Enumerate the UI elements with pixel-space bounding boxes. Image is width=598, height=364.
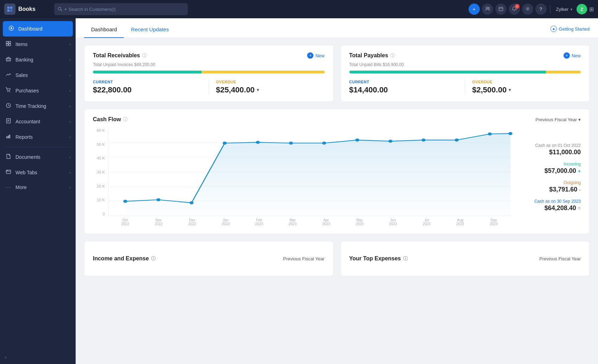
overdue-dropdown-icon[interactable]: ▾ (509, 87, 511, 92)
y-axis: 60 K 50 K 40 K 30 K 20 K 10 K 0 (93, 128, 107, 216)
current-label: CURRENT (349, 80, 458, 84)
cashflow-period-selector[interactable]: Previous Fiscal Year ▾ (535, 117, 581, 122)
current-label: CURRENT (93, 80, 202, 84)
sidebar-item-accountant[interactable]: Accountant › (0, 114, 76, 129)
cash-end-value: $64,208.40 = (517, 204, 581, 212)
topnav: Books ▾ + 3 (0, 0, 598, 18)
chart-dot (256, 141, 260, 144)
income-expense-info-icon[interactable]: ⓘ (151, 255, 155, 262)
top-expenses-period[interactable]: Previous Fiscal Year (539, 256, 581, 261)
user-dropdown-icon: ▾ (571, 7, 572, 11)
web-tabs-icon (5, 169, 12, 176)
search-input[interactable] (69, 7, 184, 12)
sidebar: Dashboard Items › Banking › Sales › (0, 18, 76, 364)
chevron-icon: › (70, 73, 71, 77)
plus-icon: + (473, 6, 476, 12)
sidebar-item-label: Accountant (15, 119, 66, 124)
chart-fill (125, 134, 510, 216)
svg-rect-0 (7, 7, 9, 9)
gear-icon (525, 6, 530, 12)
sidebar-item-dashboard[interactable]: Dashboard (3, 21, 73, 37)
contacts-icon (485, 6, 490, 13)
sidebar-item-web-tabs[interactable]: Web Tabs › (0, 165, 76, 180)
notifications-button[interactable]: 3 (509, 4, 520, 15)
getting-started-button[interactable]: ▶ Getting Started (551, 26, 590, 38)
payables-overdue-block: OVERDUE $2,500.00 ▾ (472, 80, 581, 95)
svg-point-35 (7, 170, 7, 171)
receivables-header: Total Receivables ⓘ + New (93, 52, 325, 59)
user-avatar[interactable]: Z (577, 4, 587, 14)
svg-rect-17 (6, 44, 8, 46)
top-expenses-info-icon[interactable]: ⓘ (403, 255, 408, 262)
sidebar-collapse-btn[interactable]: ‹ (0, 350, 76, 364)
sidebar-item-label: Banking (15, 57, 66, 63)
chevron-icon: › (70, 43, 71, 46)
x-label: Jul2023 (410, 216, 443, 227)
help-icon: ? (539, 6, 542, 12)
main-layout: Dashboard Items › Banking › Sales › (0, 18, 598, 364)
svg-rect-2 (7, 9, 9, 12)
receivables-title: Total Receivables (93, 52, 140, 59)
calendar-button[interactable] (495, 4, 507, 15)
x-label: Jan2023 (209, 216, 242, 227)
banking-icon (5, 56, 12, 63)
overdue-value: $25,400.00 ▾ (216, 85, 325, 95)
receivables-new-button[interactable]: + New (307, 52, 324, 59)
payables-new-button[interactable]: + New (564, 52, 581, 59)
chart-dot (488, 132, 492, 136)
tab-recent-updates[interactable]: Recent Updates (124, 21, 176, 38)
cashflow-info-icon[interactable]: ⓘ (123, 116, 128, 123)
chart-dot (223, 142, 227, 145)
sidebar-item-items[interactable]: Items › (0, 37, 76, 52)
sidebar-item-documents[interactable]: Documents › (0, 149, 76, 165)
sidebar-divider (5, 147, 71, 147)
tab-dashboard[interactable]: Dashboard (84, 21, 124, 38)
y-label: 50 K (93, 142, 107, 147)
settings-button[interactable] (522, 4, 533, 15)
sidebar-item-sales[interactable]: Sales › (0, 67, 76, 83)
sidebar-item-banking[interactable]: Banking › (0, 52, 76, 67)
receivables-info-icon[interactable]: ⓘ (142, 52, 147, 59)
x-label: Sep2023 (477, 216, 510, 227)
user-menu[interactable]: Zylker ▾ (554, 7, 574, 12)
outgoing-value: $3,791.60 - (517, 186, 581, 193)
sidebar-item-reports[interactable]: Reports › (0, 129, 76, 145)
line-chart-svg (109, 128, 510, 216)
current-value: $22,800.00 (93, 85, 202, 95)
y-label: 10 K (93, 198, 107, 202)
contacts-button[interactable] (482, 4, 493, 15)
x-label: Oct2022 (108, 216, 142, 227)
income-expense-period[interactable]: Previous Fiscal Year (283, 256, 325, 261)
overdue-dropdown-icon[interactable]: ▾ (257, 87, 259, 92)
svg-rect-1 (10, 7, 12, 9)
chevron-icon: › (70, 171, 71, 175)
chart-dot (190, 201, 193, 204)
svg-point-12 (527, 8, 528, 9)
apps-grid-icon[interactable]: ⊞ (589, 6, 594, 13)
chart-inner (108, 128, 510, 216)
search-dropdown-arrow[interactable]: ▾ (65, 7, 66, 11)
payables-info-icon[interactable]: ⓘ (390, 52, 395, 59)
add-button[interactable]: + (469, 4, 480, 15)
cash-end-suffix: = (578, 206, 581, 211)
y-label: 0 (93, 212, 107, 216)
purchases-icon (5, 87, 12, 94)
incoming-value: $57,000.00 + (517, 167, 581, 175)
app-logo[interactable]: Books (4, 4, 50, 15)
incoming-item: Incoming $57,000.00 + (517, 162, 581, 175)
app-title: Books (18, 6, 36, 12)
cashflow-card: Cash Flow ⓘ Previous Fiscal Year ▾ 60 K … (84, 109, 590, 234)
sidebar-item-label: Sales (15, 72, 66, 78)
chart-dot (157, 198, 160, 201)
sidebar-item-purchases[interactable]: Purchases › (0, 83, 76, 98)
x-label: Feb2023 (242, 216, 276, 227)
sidebar-item-time-tracking[interactable]: Time Tracking › (0, 98, 76, 114)
chevron-icon: › (70, 89, 71, 93)
svg-line-5 (61, 10, 62, 11)
income-expense-title: Income and Expense ⓘ (93, 255, 155, 262)
more-icon: ··· (5, 185, 12, 190)
accountant-icon (5, 118, 12, 125)
income-expense-card: Income and Expense ⓘ Previous Fiscal Yea… (84, 241, 333, 276)
sidebar-item-more[interactable]: ··· More › (0, 180, 76, 194)
help-button[interactable]: ? (535, 4, 547, 15)
